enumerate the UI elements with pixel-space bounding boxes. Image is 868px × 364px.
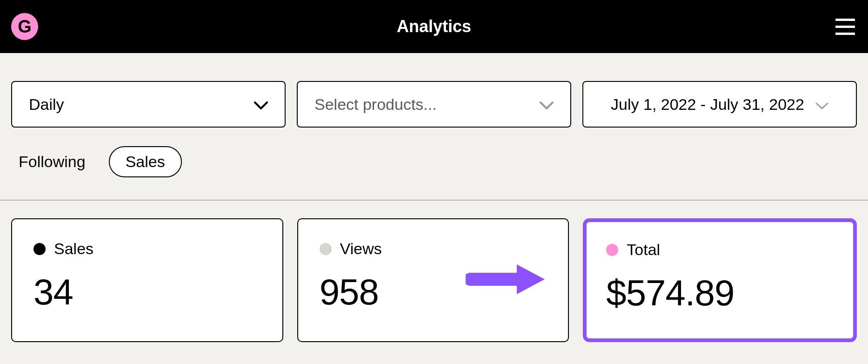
tab-bar: Following Sales	[0, 128, 868, 200]
filter-bar: Daily Select products... July 1, 2022 - …	[0, 53, 868, 128]
stat-card-head: Total	[606, 241, 834, 259]
menu-icon[interactable]	[835, 19, 857, 35]
brand-logo-letter: G	[18, 18, 32, 35]
chevron-down-icon	[815, 95, 828, 114]
stat-label: Total	[627, 241, 660, 259]
granularity-select[interactable]: Daily	[11, 81, 286, 128]
stat-card-total[interactable]: Total $574.89	[583, 218, 857, 342]
granularity-select-value: Daily	[29, 95, 64, 114]
series-dot-icon	[606, 244, 618, 256]
tab-sales[interactable]: Sales	[109, 146, 182, 177]
series-dot-icon	[320, 243, 332, 255]
tab-following[interactable]: Following	[19, 153, 86, 171]
series-dot-icon	[33, 243, 46, 255]
app-header: G Analytics	[0, 0, 868, 53]
date-range-select[interactable]: July 1, 2022 - July 31, 2022	[582, 81, 857, 128]
chevron-down-icon	[254, 95, 268, 114]
stat-value: 34	[33, 271, 261, 313]
stats-row: Sales 34 Views 958 Total $574.89	[0, 201, 868, 342]
products-select[interactable]: Select products...	[297, 81, 571, 128]
stat-card-head: Sales	[33, 240, 261, 258]
chevron-down-icon	[540, 95, 554, 114]
stat-card-views[interactable]: Views 958	[297, 218, 569, 342]
stat-label: Sales	[54, 240, 93, 258]
stat-card-head: Views	[320, 240, 547, 258]
stat-card-sales[interactable]: Sales 34	[11, 218, 283, 342]
brand-logo[interactable]: G	[11, 13, 38, 40]
date-range-select-value: July 1, 2022 - July 31, 2022	[611, 95, 804, 114]
stat-label: Views	[340, 240, 382, 258]
products-select-placeholder: Select products...	[314, 95, 437, 114]
page-title: Analytics	[397, 17, 471, 36]
arrow-right-icon	[466, 261, 549, 300]
stat-value: $574.89	[606, 272, 834, 314]
